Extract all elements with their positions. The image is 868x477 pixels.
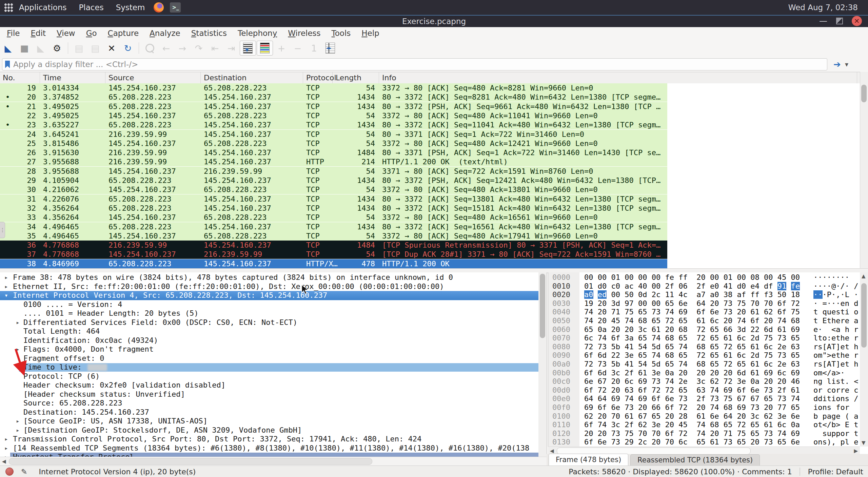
column-header-no[interactable]: No. <box>0 72 40 84</box>
detail-line[interactable]: Fragment offset: 0 <box>0 354 538 363</box>
menu-analyze[interactable]: Analyze <box>144 29 186 38</box>
hex-row-0060[interactable]: 006065 0a 20 20 3c 61 20 68 72 65 66 3d … <box>548 325 868 334</box>
hex-row-00a0[interactable]: 00a072 73 5b 41 54 5d 65 74 68 65 72 65 … <box>548 360 868 369</box>
packet-row-28[interactable]: 283.955688145.254.160.237216.239.59.99TC… <box>0 167 667 176</box>
expander-icon[interactable]: ▸ <box>16 417 20 426</box>
packet-row-22[interactable]: 223.495025145.254.160.23765.208.228.223T… <box>0 111 667 120</box>
bytes-vscrollbar-thumb[interactable] <box>861 283 867 348</box>
capture-comment-icon[interactable]: ✎ <box>21 468 27 476</box>
minimize-button[interactable]: — <box>819 19 827 23</box>
menu-file[interactable]: File <box>1 29 25 38</box>
auto-scroll-button[interactable] <box>240 41 256 56</box>
menu-go[interactable]: Go <box>81 29 102 38</box>
expander-icon[interactable]: ▸ <box>4 282 8 291</box>
expander-icon[interactable]: ▸ <box>16 426 20 435</box>
packet-row-20[interactable]: •203.37485265.208.228.223145.254.160.237… <box>0 92 667 102</box>
packet-row-21[interactable]: •213.49502565.208.228.223145.254.160.237… <box>0 102 667 111</box>
detail-line[interactable]: ▾Internet Protocol Version 4, Src: 65.20… <box>0 291 538 300</box>
colorize-packets-button[interactable] <box>257 41 273 56</box>
column-header-source[interactable]: Source <box>106 72 201 84</box>
menu-wireless[interactable]: Wireless <box>282 29 326 38</box>
column-header-length[interactable]: Length <box>333 72 379 84</box>
filter-bookmark-icon[interactable] <box>5 61 10 68</box>
hex-row-0040[interactable]: 004074 20 71 75 65 73 74 69 6f 6e 73 20 … <box>548 308 868 316</box>
details-hscrollbar-thumb[interactable] <box>9 458 372 465</box>
go-forward-button[interactable]: → <box>175 41 190 55</box>
byte-tab-frame[interactable]: Frame (478 bytes) <box>549 454 628 465</box>
byte-tab-reassembled-tcp[interactable]: Reassembled TCP (18364 bytes) <box>630 454 760 465</box>
detail-line[interactable]: .... 0101 = Header Length: 20 bytes (5) <box>0 309 538 318</box>
detail-line[interactable]: ▸Frame 38: 478 bytes on wire (3824 bits)… <box>0 273 538 282</box>
scroll-left-icon[interactable]: ◀ <box>550 448 554 454</box>
scroll-up-icon[interactable]: ▲ <box>862 273 866 279</box>
hex-row-0080[interactable]: 008072 73 5b 41 54 5d 65 74 68 65 72 65 … <box>548 343 868 351</box>
menu-statistics[interactable]: Statistics <box>186 29 232 38</box>
hex-row-00e0[interactable]: 00e064 64 69 74 69 6f 6e 73 2f 73 75 67 … <box>548 394 868 403</box>
packet-row-31[interactable]: 314.22607665.208.228.223145.254.160.237T… <box>0 194 667 204</box>
window-titlebar[interactable]: Exercise.pcapng <box>0 15 868 27</box>
go-to-packet-button[interactable]: ↷ <box>191 41 206 55</box>
detail-line[interactable]: ▸Hypertext Transfer Protocol <box>0 453 538 457</box>
close-file-button[interactable]: ✕ <box>104 41 119 55</box>
menu-edit[interactable]: Edit <box>25 29 52 38</box>
detail-line[interactable]: 0100 .... = Version: 4 <box>0 300 538 309</box>
packet-row-33[interactable]: 334.356264145.254.160.23765.208.228.223T… <box>0 213 667 222</box>
intelligent-scrollbar-handle[interactable]: ⋮ <box>0 222 5 238</box>
detail-line[interactable]: Source: 65.208.228.223 <box>0 399 538 408</box>
packet-row-32[interactable]: 324.35626465.208.228.223145.254.160.237T… <box>0 204 667 213</box>
panel-menu-applications[interactable]: Applications <box>13 0 73 15</box>
start-capture-button[interactable]: ◣ <box>0 41 16 55</box>
detail-line[interactable]: Protocol: TCP (6) <box>0 372 538 381</box>
open-file-button[interactable]: ▤ <box>71 41 87 55</box>
expander-icon[interactable]: ▸ <box>4 435 8 444</box>
packet-row-19[interactable]: 193.014334145.254.160.23765.208.228.223T… <box>0 83 667 92</box>
menu-tools[interactable]: Tools <box>326 29 356 38</box>
detail-line[interactable]: Identification: 0xc0ac (49324) <box>0 336 538 345</box>
stop-capture-button[interactable]: ■ <box>17 41 32 55</box>
detail-line[interactable]: [Header checksum status: Unverified] <box>0 390 538 399</box>
firefox-icon[interactable] <box>154 2 164 13</box>
filter-apply-button[interactable]: ➔ <box>829 59 845 70</box>
hex-row-00f0[interactable]: 00f069 6f 6e 73 20 66 6f 72 20 74 68 69 … <box>548 403 868 412</box>
hex-row-0120[interactable]: 012020 20 73 75 70 70 6f 72 74 20 71 75 … <box>548 429 868 438</box>
display-filter-input[interactable]: Apply a display filter ... <Ctrl-/> <box>2 58 827 70</box>
hex-row-0090[interactable]: 00906f 6d 22 3e 65 74 68 65 72 65 61 6c … <box>548 351 868 360</box>
capture-options-button[interactable]: ⚙ <box>49 41 65 55</box>
packet-row-23[interactable]: •233.63522765.208.228.223145.254.160.237… <box>0 120 667 129</box>
expander-icon[interactable]: ▸ <box>4 444 8 453</box>
detail-line[interactable]: ▸Transmission Control Protocol, Src Port… <box>0 435 538 444</box>
detail-line[interactable]: ▸Flags: 0x4000, Don't fragment <box>0 345 538 354</box>
packet-row-38[interactable]: 384.84696965.208.228.223145.254.160.237H… <box>0 259 667 268</box>
column-header-time[interactable]: Time <box>40 72 105 84</box>
hex-row-0100[interactable]: 010062 20 70 61 67 65 20 28 61 6e 64 20 … <box>548 412 868 421</box>
scroll-down-icon[interactable]: ▼ <box>862 440 866 446</box>
detail-line[interactable]: ▸[14 Reassembled TCP Segments (18364 byt… <box>0 444 538 453</box>
scroll-right-icon[interactable]: ▶ <box>854 448 858 454</box>
go-back-button[interactable]: ← <box>158 41 174 55</box>
menu-capture[interactable]: Capture <box>102 29 144 38</box>
hex-row-0050[interactable]: 005074 20 45 74 68 65 72 65 61 6c 20 74 … <box>548 316 868 325</box>
app-grid-icon[interactable] <box>4 3 13 12</box>
menu-view[interactable]: View <box>51 29 81 38</box>
expander-icon[interactable]: ▸ <box>16 318 20 327</box>
packet-row-36[interactable]: 364.776868216.239.59.99145.254.160.237TC… <box>0 241 667 250</box>
reload-file-button[interactable]: ↻ <box>120 41 136 55</box>
menu-help[interactable]: Help <box>356 29 384 38</box>
expert-info-icon[interactable] <box>5 468 14 476</box>
packet-row-27[interactable]: 273.955688216.239.59.99145.254.160.237HT… <box>0 157 667 166</box>
bytes-hscrollbar-thumb[interactable] <box>557 448 751 454</box>
go-last-button[interactable]: ⇥ <box>223 41 239 55</box>
terminal-icon[interactable]: >_ <box>170 2 181 13</box>
resize-columns-button[interactable] <box>322 41 338 55</box>
hex-row-0000[interactable]: 000000 00 01 00 00 00 fe ff 20 00 01 00 … <box>548 273 868 282</box>
hex-row-0130[interactable]: 01306f 6e 73 29 2c 20 70 6c 65 61 73 65 … <box>548 438 868 447</box>
detail-line[interactable]: Time to live: <box>0 363 538 372</box>
expander-icon[interactable]: ▸ <box>16 345 20 354</box>
hex-row-0110[interactable]: 01106f 74 3c 2f 62 3e 20 45 74 68 65 72 … <box>548 420 868 429</box>
zoom-in-button[interactable]: + <box>274 41 289 55</box>
status-profile[interactable]: Profile: Default <box>808 468 863 476</box>
details-vscrollbar-thumb[interactable] <box>540 274 545 338</box>
find-packet-button[interactable] <box>142 41 158 55</box>
detail-line[interactable]: ▸Ethernet II, Src: fe:ff:20:00:01:00 (fe… <box>0 282 538 291</box>
expander-icon[interactable]: ▾ <box>4 291 8 300</box>
